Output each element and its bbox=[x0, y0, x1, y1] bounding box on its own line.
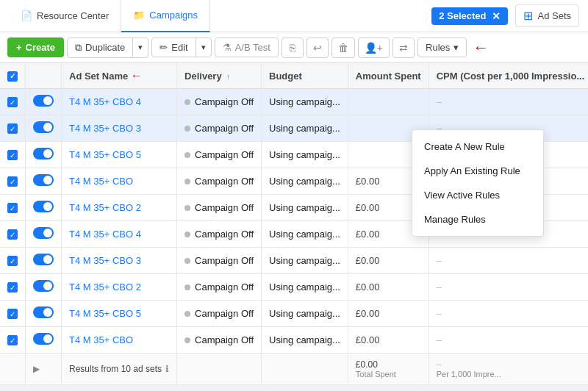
selected-badge[interactable]: 2 Selected ✕ bbox=[431, 7, 508, 25]
table-row: T4 M 35+ CBO Campaign Off Using campaig.… bbox=[0, 327, 588, 354]
row-delivery-cell-5: Campaign Off bbox=[177, 221, 262, 248]
delivery-label-4: Campaign Off bbox=[195, 202, 254, 213]
select-all-checkbox[interactable] bbox=[7, 71, 18, 82]
row-checkbox-5[interactable] bbox=[7, 229, 18, 240]
row-toggle-9[interactable] bbox=[33, 333, 54, 345]
table-row: T4 M 35+ CBO 4 Campaign Off Using campai… bbox=[0, 89, 588, 115]
dropdown-manage-rules[interactable]: Manage Rules bbox=[412, 207, 543, 232]
row-toggle-5[interactable] bbox=[33, 227, 54, 239]
selected-count-label: 2 Selected bbox=[439, 10, 486, 21]
nav-campaigns[interactable]: 📁 Campaigns bbox=[121, 0, 210, 32]
ab-test-button[interactable]: ⚗ A/B Test bbox=[215, 37, 279, 57]
delivery-cell-6: Campaign Off bbox=[184, 255, 254, 266]
row-delivery-cell-6: Campaign Off bbox=[177, 248, 262, 274]
close-selected-button[interactable]: ✕ bbox=[492, 10, 501, 22]
budget-value-1: Using campaig... bbox=[269, 123, 340, 134]
ad-set-name-link-8[interactable]: T4 M 35+ CBO 5 bbox=[69, 308, 141, 319]
duplicate-arrow[interactable]: ▾ bbox=[133, 39, 148, 56]
row-checkbox-4[interactable] bbox=[7, 203, 18, 213]
duplicate-split-button[interactable]: ⧉ Duplicate ▾ bbox=[67, 37, 148, 58]
undo-button[interactable]: ↩ bbox=[306, 37, 329, 58]
annotation-arrow-right: ← bbox=[473, 38, 489, 57]
row-checkbox-3[interactable] bbox=[7, 176, 18, 187]
results-spent-cell: £0.00 Total Spent bbox=[348, 354, 429, 385]
row-checkbox-7[interactable] bbox=[7, 282, 18, 293]
create-button[interactable]: + Create bbox=[7, 37, 64, 57]
delivery-label-8: Campaign Off bbox=[195, 308, 254, 319]
table-row: T4 M 35+ CBO 5 Campaign Off Using campai… bbox=[0, 301, 588, 327]
rules-button[interactable]: Rules ▾ bbox=[417, 37, 467, 57]
cpm-header-label: CPM (Cost per 1,000 Impressio... bbox=[437, 71, 585, 82]
assign-button[interactable]: 👤+ bbox=[358, 37, 390, 58]
results-total-spent: £0.00 bbox=[356, 359, 378, 370]
row-checkbox-9[interactable] bbox=[7, 335, 18, 345]
ad-set-name-link-5[interactable]: T4 M 35+ CBO 4 bbox=[69, 229, 141, 240]
create-label: Create bbox=[26, 42, 55, 53]
delivery-dot-8 bbox=[184, 311, 190, 317]
row-toggle-6[interactable] bbox=[33, 254, 54, 265]
row-toggle-4[interactable] bbox=[33, 201, 54, 212]
row-checkbox-6[interactable] bbox=[7, 256, 18, 266]
row-delivery-cell-8: Campaign Off bbox=[177, 301, 262, 327]
nav-resource-center[interactable]: 📄 Resource Center bbox=[9, 0, 121, 32]
expand-icon[interactable]: ▶ bbox=[33, 364, 40, 374]
row-checkbox-1[interactable] bbox=[7, 123, 18, 134]
edit-main[interactable]: ✏ Edit bbox=[152, 38, 196, 57]
delivery-label-5: Campaign Off bbox=[195, 229, 254, 240]
row-checkbox-0[interactable] bbox=[7, 97, 18, 107]
spent-value-9: £0.00 bbox=[356, 334, 380, 345]
header-amount-spent[interactable]: Amount Spent bbox=[348, 63, 429, 89]
duplicate-main[interactable]: ⧉ Duplicate bbox=[68, 38, 133, 57]
ad-set-name-link-0[interactable]: T4 M 35+ CBO 4 bbox=[69, 96, 141, 107]
delivery-dot-0 bbox=[184, 99, 190, 105]
row-toggle-1[interactable] bbox=[33, 121, 54, 133]
delete-button[interactable]: 🗑 bbox=[331, 37, 355, 58]
row-checkbox-2[interactable] bbox=[7, 150, 18, 160]
spent-value-5: £0.00 bbox=[356, 229, 380, 240]
results-label-cell: Results from 10 ad sets ℹ bbox=[62, 354, 177, 385]
dropdown-create-rule[interactable]: Create A New Rule bbox=[412, 134, 543, 159]
delivery-cell-3: Campaign Off bbox=[184, 176, 254, 187]
ad-set-name-link-7[interactable]: T4 M 35+ CBO 2 bbox=[69, 281, 141, 293]
row-toggle-cell-7 bbox=[26, 274, 62, 301]
info-icon[interactable]: ℹ bbox=[165, 364, 169, 374]
row-checkbox-8[interactable] bbox=[7, 309, 18, 319]
ad-set-name-link-4[interactable]: T4 M 35+ CBO 2 bbox=[69, 202, 141, 213]
dropdown-apply-rule[interactable]: Apply An Existing Rule bbox=[412, 159, 543, 183]
cpm-value-8: – bbox=[437, 308, 442, 319]
copy-button[interactable]: ⎘ bbox=[282, 37, 304, 58]
header-cpm[interactable]: CPM (Cost per 1,000 Impressio... bbox=[429, 63, 588, 89]
edit-arrow[interactable]: ▾ bbox=[196, 39, 211, 56]
ad-set-name-link-3[interactable]: T4 M 35+ CBO bbox=[69, 176, 133, 187]
budget-value-8: Using campaig... bbox=[269, 308, 340, 319]
row-toggle-8[interactable] bbox=[33, 306, 54, 318]
dropdown-view-rules[interactable]: View Active Rules bbox=[412, 183, 543, 207]
edit-split-button[interactable]: ✏ Edit ▾ bbox=[151, 37, 211, 57]
ad-set-name-link-9[interactable]: T4 M 35+ CBO bbox=[69, 334, 133, 345]
row-delivery-cell-1: Campaign Off bbox=[177, 115, 262, 142]
row-spent-cell-6: £0.00 bbox=[348, 248, 429, 274]
row-toggle-3[interactable] bbox=[33, 174, 54, 186]
header-budget[interactable]: Budget bbox=[262, 63, 348, 89]
ad-set-name-link-2[interactable]: T4 M 35+ CBO 5 bbox=[69, 149, 141, 160]
row-checkbox-cell-0 bbox=[0, 89, 26, 115]
delivery-label-0: Campaign Off bbox=[195, 96, 254, 107]
row-checkbox-cell-4 bbox=[0, 195, 26, 221]
export-button[interactable]: ⇄ bbox=[392, 37, 415, 58]
ad-set-name-link-6[interactable]: T4 M 35+ CBO 3 bbox=[69, 255, 141, 266]
row-toggle-2[interactable] bbox=[33, 148, 54, 159]
ad-sets-button[interactable]: ⊞ Ad Sets bbox=[515, 4, 579, 27]
results-label: Results from 10 ad sets ℹ bbox=[69, 364, 169, 374]
ad-set-name-link-1[interactable]: T4 M 35+ CBO 3 bbox=[69, 123, 141, 134]
results-delivery-cell bbox=[177, 354, 262, 385]
delivery-dot-9 bbox=[184, 337, 190, 343]
row-delivery-cell-9: Campaign Off bbox=[177, 327, 262, 354]
row-toggle-7[interactable] bbox=[33, 280, 54, 292]
toolbar: + Create ⧉ Duplicate ▾ ✏ Edit ▾ ⚗ A/B Te… bbox=[0, 32, 588, 63]
amount-spent-header-label: Amount Spent bbox=[356, 71, 421, 82]
budget-value-3: Using campaig... bbox=[269, 176, 340, 187]
header-delivery[interactable]: Delivery ↑ bbox=[177, 63, 262, 89]
row-budget-cell-7: Using campaig... bbox=[262, 274, 348, 301]
row-toggle-0[interactable] bbox=[33, 95, 54, 107]
row-name-cell-9: T4 M 35+ CBO bbox=[62, 327, 177, 354]
